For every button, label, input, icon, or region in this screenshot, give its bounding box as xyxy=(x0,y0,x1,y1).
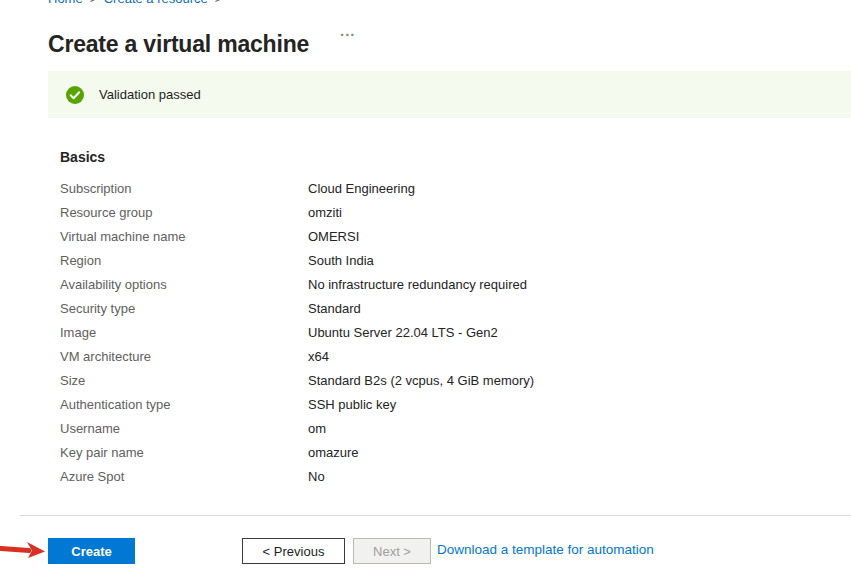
detail-value: No infrastructure redundancy required xyxy=(308,277,527,301)
detail-value: Ubuntu Server 22.04 LTS - Gen2 xyxy=(308,325,498,349)
ellipsis-icon: ... xyxy=(340,22,356,39)
detail-value: x64 xyxy=(308,349,329,373)
breadcrumb: Home>Create a resource> xyxy=(48,0,548,8)
validation-message: Validation passed xyxy=(99,87,201,102)
detail-label: Region xyxy=(60,253,308,277)
page-title: Create a virtual machine xyxy=(48,31,309,58)
validation-banner: Validation passed xyxy=(48,71,851,118)
detail-label: Authentication type xyxy=(60,397,308,421)
detail-label: Image xyxy=(60,325,308,349)
detail-value: Standard B2s (2 vcpus, 4 GiB memory) xyxy=(308,373,534,397)
previous-button[interactable]: < Previous xyxy=(242,538,345,564)
detail-value: omziti xyxy=(308,205,342,229)
detail-row: Availability optionsNo infrastructure re… xyxy=(60,277,820,301)
create-vm-review-page: Home>Create a resource> Create a virtual… xyxy=(0,0,851,569)
detail-value: South India xyxy=(308,253,374,277)
breadcrumb-link[interactable]: Create a resource xyxy=(104,0,208,6)
detail-value: omazure xyxy=(308,445,359,469)
detail-row: SizeStandard B2s (2 vcpus, 4 GiB memory) xyxy=(60,373,820,397)
detail-row: Resource groupomziti xyxy=(60,205,820,229)
breadcrumb-separator: > xyxy=(90,0,97,6)
detail-row: Azure SpotNo xyxy=(60,469,820,493)
detail-value: OMERSI xyxy=(308,229,359,253)
basics-details-list: SubscriptionCloud EngineeringResource gr… xyxy=(60,181,820,493)
detail-row: SubscriptionCloud Engineering xyxy=(60,181,820,205)
detail-row: ImageUbuntu Server 22.04 LTS - Gen2 xyxy=(60,325,820,349)
detail-label: Azure Spot xyxy=(60,469,308,493)
detail-label: Availability options xyxy=(60,277,308,301)
detail-value: SSH public key xyxy=(308,397,396,421)
detail-row: Key pair nameomazure xyxy=(60,445,820,469)
detail-value: om xyxy=(308,421,326,445)
download-template-link[interactable]: Download a template for automation xyxy=(437,542,654,557)
annotation-arrow-icon xyxy=(0,541,47,560)
more-options-button[interactable]: ... xyxy=(336,20,360,41)
detail-label: Virtual machine name xyxy=(60,229,308,253)
next-button[interactable]: Next > xyxy=(353,538,431,564)
detail-row: Usernameom xyxy=(60,421,820,445)
detail-row: Authentication typeSSH public key xyxy=(60,397,820,421)
detail-label: Key pair name xyxy=(60,445,308,469)
detail-row: Security typeStandard xyxy=(60,301,820,325)
detail-row: VM architecturex64 xyxy=(60,349,820,373)
footer-divider xyxy=(20,515,851,516)
success-check-icon xyxy=(66,86,84,104)
detail-label: Resource group xyxy=(60,205,308,229)
detail-label: VM architecture xyxy=(60,349,308,373)
create-button[interactable]: Create xyxy=(48,538,135,564)
detail-label: Security type xyxy=(60,301,308,325)
detail-label: Size xyxy=(60,373,308,397)
detail-label: Username xyxy=(60,421,308,445)
detail-value: Standard xyxy=(308,301,361,325)
detail-row: Virtual machine nameOMERSI xyxy=(60,229,820,253)
breadcrumb-link[interactable]: Home xyxy=(48,0,83,6)
detail-row: RegionSouth India xyxy=(60,253,820,277)
detail-value: No xyxy=(308,469,325,493)
section-title-basics: Basics xyxy=(60,149,105,165)
detail-value: Cloud Engineering xyxy=(308,181,415,205)
breadcrumb-separator: > xyxy=(215,0,222,6)
detail-label: Subscription xyxy=(60,181,308,205)
